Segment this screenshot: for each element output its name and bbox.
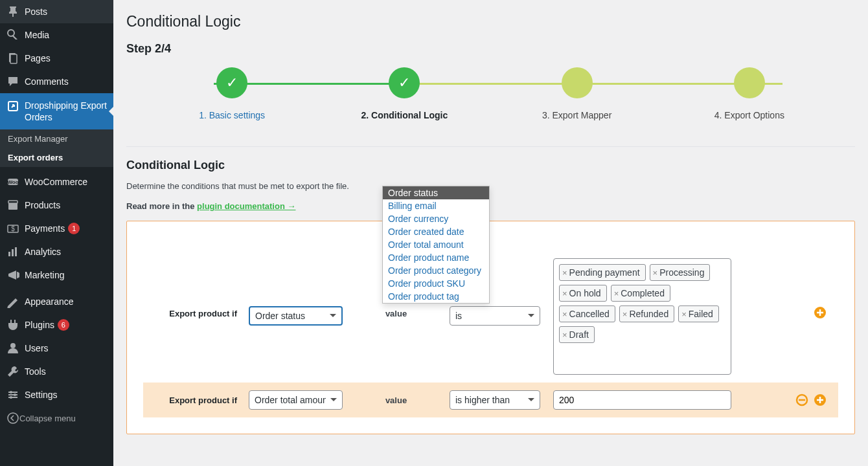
tag-item: ×On hold — [559, 285, 607, 302]
dropdown-option[interactable]: Order created date — [383, 225, 489, 238]
tag-item: ×Pending payment — [559, 264, 646, 281]
tag-item: ×Completed — [611, 285, 670, 302]
step-export-options[interactable]: 4. Export Options — [663, 67, 836, 120]
field-select[interactable]: Order total amount — [249, 390, 343, 410]
appearance-icon — [6, 295, 19, 308]
wizard-steps: ✓ 1. Basic settings ✓ 2. Conditional Log… — [126, 67, 855, 133]
tag-item: ×Draft — [559, 326, 595, 343]
sidebar-label: Plugins — [25, 320, 54, 330]
field-select[interactable]: Order status — [249, 306, 343, 326]
step-conditional-logic[interactable]: ✓ 2. Conditional Logic — [318, 67, 490, 120]
sidebar-label: Tools — [25, 366, 46, 377]
marketing-icon — [6, 269, 19, 282]
sidebar-item-plugins[interactable]: Plugins 6 — [0, 313, 113, 337]
operator-select[interactable]: is higher than — [450, 390, 540, 410]
sidebar-item-woocommerce[interactable]: Woo WooCommerce — [0, 170, 113, 194]
svg-point-19 — [10, 396, 12, 399]
svg-text:Woo: Woo — [7, 179, 18, 185]
operator-select[interactable]: is — [450, 306, 540, 326]
step-label: 4. Export Options — [663, 110, 836, 120]
step-export-mapper[interactable]: 3. Export Mapper — [491, 67, 663, 120]
sidebar-item-appearance[interactable]: Appearance — [0, 290, 113, 313]
sidebar-item-settings[interactable]: Settings — [0, 383, 113, 406]
analytics-icon — [6, 245, 19, 258]
sidebar-item-products[interactable]: Products — [0, 194, 113, 217]
sidebar-sub-export-manager[interactable]: Export Manager — [0, 129, 113, 148]
tools-icon — [6, 365, 19, 378]
section-description: Determine the conditions that must be me… — [126, 181, 855, 191]
tag-item: ×Cancelled — [559, 305, 615, 322]
remove-condition-button[interactable] — [795, 394, 808, 406]
step-basic-settings[interactable]: ✓ 1. Basic settings — [146, 67, 318, 120]
add-condition-button[interactable] — [814, 306, 827, 319]
plugins-icon — [6, 318, 19, 331]
section-heading: Conditional Logic — [126, 159, 855, 172]
select-value: Order status — [255, 311, 305, 321]
products-icon — [6, 199, 19, 212]
pin-icon — [6, 5, 19, 18]
tag-remove-icon[interactable]: × — [562, 289, 567, 298]
dropdown-option[interactable]: Order currency — [383, 212, 489, 225]
sidebar-label: WooCommerce — [25, 177, 87, 187]
dropdown-option[interactable]: Order product tag — [383, 290, 489, 303]
tag-remove-icon[interactable]: × — [562, 309, 567, 319]
check-icon: ✓ — [216, 67, 247, 98]
svg-rect-11 — [12, 249, 14, 256]
add-condition-button[interactable] — [814, 394, 827, 406]
field-dropdown[interactable]: Order status Billing email Order currenc… — [382, 186, 490, 304]
condition-label: Export product if — [155, 258, 249, 318]
tag-multiselect[interactable]: ×Pending payment ×Processing ×On hold ×C… — [553, 258, 731, 375]
tag-remove-icon[interactable]: × — [614, 289, 619, 298]
condition-row: Export product if Order status value is … — [143, 250, 838, 383]
sidebar-label: Media — [25, 30, 49, 40]
sidebar-label: Posts — [25, 6, 47, 17]
main-content: Conditional Logic Step 2/4 ✓ 1. Basic se… — [113, 0, 868, 466]
sidebar-item-analytics[interactable]: Analytics — [0, 240, 113, 263]
dropdown-option[interactable]: Order product SKU — [383, 277, 489, 290]
doc-line: Read more in the plugin documentation → — [126, 201, 855, 211]
media-icon — [6, 28, 19, 41]
sidebar-item-payments[interactable]: $ Payments 1 — [0, 217, 113, 240]
sidebar-item-pages[interactable]: Pages — [0, 47, 113, 70]
collapse-icon — [6, 412, 19, 425]
conditions-container: Export product if Order status value is … — [126, 221, 855, 434]
tag-remove-icon[interactable]: × — [653, 268, 658, 278]
sidebar-item-users[interactable]: Users — [0, 337, 113, 360]
export-icon — [6, 100, 19, 113]
sidebar-item-comments[interactable]: Comments — [0, 70, 113, 93]
sidebar-sub-export-orders[interactable]: Export orders — [0, 148, 113, 167]
tag-remove-icon[interactable]: × — [562, 330, 567, 340]
sidebar-item-dropshipping[interactable]: Dropshipping Export Orders — [0, 93, 113, 129]
sidebar-submenu: Export Manager Export orders — [0, 129, 113, 167]
sidebar-item-media[interactable]: Media — [0, 23, 113, 47]
tag-remove-icon[interactable]: × — [562, 268, 567, 278]
admin-sidebar: Posts Media Pages Comments Dropshipping … — [0, 0, 113, 466]
tag-remove-icon[interactable]: × — [681, 309, 687, 319]
doc-link[interactable]: plugin documentation → — [197, 201, 295, 211]
dropdown-option[interactable]: Order product name — [383, 251, 489, 264]
svg-point-13 — [10, 343, 16, 348]
value-input[interactable] — [553, 390, 731, 410]
dropdown-option[interactable]: Order total amount — [383, 238, 489, 251]
svg-rect-10 — [8, 252, 10, 256]
step-label: 2. Conditional Logic — [318, 110, 490, 120]
step-circle — [562, 67, 593, 98]
select-value: is — [455, 311, 462, 321]
collapse-menu[interactable]: Collapse menu — [0, 406, 113, 430]
sidebar-item-posts[interactable]: Posts — [0, 0, 113, 23]
dropdown-option[interactable]: Billing email — [383, 199, 489, 212]
sidebar-item-tools[interactable]: Tools — [0, 360, 113, 383]
tag-item: ×Refunded — [619, 305, 674, 322]
divider — [126, 146, 855, 147]
dropdown-option[interactable]: Order status — [383, 186, 489, 199]
sidebar-label: Users — [25, 343, 49, 353]
select-value: is higher than — [455, 395, 510, 405]
dropdown-option[interactable]: Order product category — [383, 264, 489, 277]
badge: 6 — [58, 319, 69, 331]
svg-rect-7 — [8, 201, 17, 203]
sidebar-label: Appearance — [25, 296, 74, 307]
sidebar-label: Comments — [25, 76, 69, 87]
sidebar-item-marketing[interactable]: Marketing — [0, 263, 113, 287]
tag-remove-icon[interactable]: × — [622, 309, 628, 319]
condition-row: Export product if Order total amount val… — [143, 383, 838, 417]
